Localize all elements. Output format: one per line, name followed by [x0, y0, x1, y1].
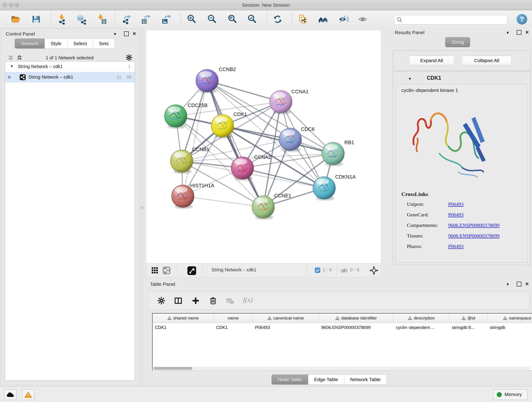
graph-edge-CCNB2-CCNE1[interactable]	[207, 81, 263, 207]
node-table[interactable]: shared namenamecanonical namedatabase id…	[152, 313, 532, 370]
tab-sets[interactable]: Sets	[93, 38, 115, 49]
toolbar-separator	[307, 265, 307, 276]
import-network-icon[interactable]	[57, 14, 67, 25]
export-table-icon[interactable]	[141, 14, 151, 25]
fit-content-crosshair-icon[interactable]	[370, 266, 378, 275]
tab-style[interactable]: Style	[45, 38, 68, 49]
graph-edge-HIST1H1A-CCNE1[interactable]	[183, 196, 263, 207]
column-header-canonical-name[interactable]: canonical name	[253, 313, 319, 323]
column-header-database-identifier[interactable]: database identifier	[319, 313, 394, 323]
network-canvas[interactable]: CCNB2CCNA1CDC25BCDK1CDC6RB1CCNB1CCNA2CDK…	[146, 30, 381, 264]
table-cell[interactable]: P06493	[253, 323, 319, 332]
protein-details-box: cyclin–dependent kinase 1	[396, 84, 528, 263]
show-columns-icon[interactable]	[174, 297, 182, 305]
crosslink-link[interactable]: P06493	[448, 212, 463, 218]
protein-section-title: CDK1	[427, 75, 441, 81]
graph-node-CDC25B[interactable]: CDC25B	[165, 102, 208, 128]
zoom-selected-icon[interactable]	[247, 14, 258, 25]
crosslink-label: Pharos:	[407, 243, 422, 249]
column-header-namespace[interactable]: namespace	[488, 313, 532, 323]
tab-network-table[interactable]: Network Table	[344, 375, 387, 385]
delete-column-icon[interactable]	[209, 297, 217, 305]
zoom-fit-icon[interactable]	[227, 14, 238, 25]
results-panel-float-icon[interactable]	[517, 30, 521, 35]
column-header-description[interactable]: description	[394, 313, 450, 323]
help-button[interactable]: ?	[517, 14, 527, 25]
results-panel-close-icon[interactable]: ✕	[525, 30, 529, 35]
graph-edge-CCNB2-HIST1H1A[interactable]	[183, 81, 207, 196]
expand-all-button[interactable]: Expand All	[409, 56, 454, 65]
hidden-count: 0 - 0	[350, 267, 359, 273]
zoom-out-icon[interactable]	[207, 14, 217, 25]
collection-expander-icon[interactable]: ▼	[10, 64, 13, 68]
table-horizontal-scrollbar[interactable]	[153, 367, 531, 370]
column-header-@id[interactable]: @id	[450, 313, 488, 323]
search-icon	[397, 17, 403, 23]
network-collection-row[interactable]: ▼ String Network – cdk1 1	[5, 61, 135, 72]
crosslink-link[interactable]: 9606.ENSP00000378699	[448, 222, 500, 228]
graph-node-label: RB1	[344, 140, 354, 145]
control-panel-float-icon[interactable]	[124, 32, 129, 36]
control-panel-close-icon[interactable]: ✕	[133, 31, 136, 36]
table-cell[interactable]: stringdb:9...	[450, 323, 488, 332]
tab-network[interactable]: Network	[15, 38, 45, 49]
toolbar-separator	[51, 12, 51, 26]
collapse-all-button[interactable]: Collapse All	[462, 56, 512, 65]
clone-network-icon[interactable]	[298, 14, 308, 25]
protein-section: ▼ CDK1 cyclin–dependent kinase 1	[393, 71, 531, 265]
memory-button[interactable]: Memory	[493, 389, 528, 400]
network-panel-gear-icon[interactable]	[126, 54, 133, 61]
table-cell[interactable]: CDK1	[152, 323, 214, 332]
graph-node-CCNB2[interactable]: CCNB2	[196, 66, 236, 93]
column-header-shared-name[interactable]: shared name	[152, 313, 214, 323]
open-session-icon[interactable]	[10, 14, 21, 25]
results-panel-menu-icon[interactable]: ▾	[507, 30, 509, 35]
table-cell[interactable]: stringdb	[488, 323, 532, 332]
warnings-button[interactable]	[22, 389, 34, 400]
function-builder-icon: f(x)	[243, 296, 253, 304]
save-session-icon[interactable]	[31, 14, 41, 25]
table-cell[interactable]: CDK1	[214, 323, 253, 332]
graph-node-RB1[interactable]: RB1	[322, 140, 354, 166]
table-cell[interactable]: 9606.ENSP00000378699	[319, 323, 394, 332]
homes-icon[interactable]	[318, 14, 329, 25]
tab-node-table[interactable]: Node Table	[272, 375, 308, 385]
table-cell[interactable]: cyclin–dependent ...	[394, 323, 450, 332]
tab-string[interactable]: String	[445, 37, 470, 47]
memory-label: Memory	[505, 392, 522, 397]
tab-edge-table[interactable]: Edge Table	[308, 375, 344, 385]
crosslink-link[interactable]: P06493	[448, 243, 463, 249]
left-splitter-handle[interactable]	[140, 206, 144, 209]
network-thumbnail-icon[interactable]	[163, 267, 171, 274]
cloud-button[interactable]	[4, 389, 17, 400]
import-table-icon[interactable]	[96, 14, 107, 25]
crosslink-row: Compartments:9606.ENSP00000378699	[396, 220, 527, 230]
refresh-icon[interactable]	[272, 14, 283, 25]
grid-view-icon[interactable]	[151, 267, 158, 274]
export-network-icon[interactable]	[121, 14, 132, 25]
hide-selected-eye-icon[interactable]	[338, 14, 349, 25]
table-panel-close-icon[interactable]: ✕	[525, 281, 529, 287]
table-gear-icon[interactable]	[157, 297, 165, 305]
table-panel-menu-icon[interactable]: ▾	[507, 281, 509, 287]
tab-select[interactable]: Select	[68, 38, 93, 49]
crosslink-link[interactable]: 9606.ENSP00000378699	[448, 233, 500, 239]
graph-node-HIST1H1A[interactable]: HIST1H1A	[172, 183, 214, 209]
graph-node-CDKN1A[interactable]: CDKN1A	[313, 174, 356, 201]
column-header-name[interactable]: name	[214, 313, 253, 323]
import-network-from-database-icon[interactable]	[76, 14, 87, 25]
birds-eye-view-icon[interactable]	[187, 266, 196, 275]
control-panel-menu-icon[interactable]: ▾	[114, 31, 116, 37]
network-current-dot-icon	[8, 76, 11, 79]
crosslink-link[interactable]: P06493	[448, 201, 463, 207]
add-column-icon[interactable]	[192, 297, 200, 305]
table-row[interactable]: CDK1CDK1P064939606.ENSP00000378699cyclin…	[152, 323, 532, 332]
selected-count: 1 - 0	[323, 267, 332, 273]
zoom-in-icon[interactable]	[186, 14, 197, 25]
table-panel-float-icon[interactable]	[517, 282, 521, 287]
export-image-icon[interactable]	[161, 14, 172, 25]
protein-section-expander-icon[interactable]: ▼	[408, 77, 412, 81]
search-input[interactable]	[404, 16, 504, 23]
network-row-selected[interactable]: String Network – cdk1 11 48	[5, 72, 135, 83]
selected-checkbox-icon[interactable]	[315, 268, 320, 273]
